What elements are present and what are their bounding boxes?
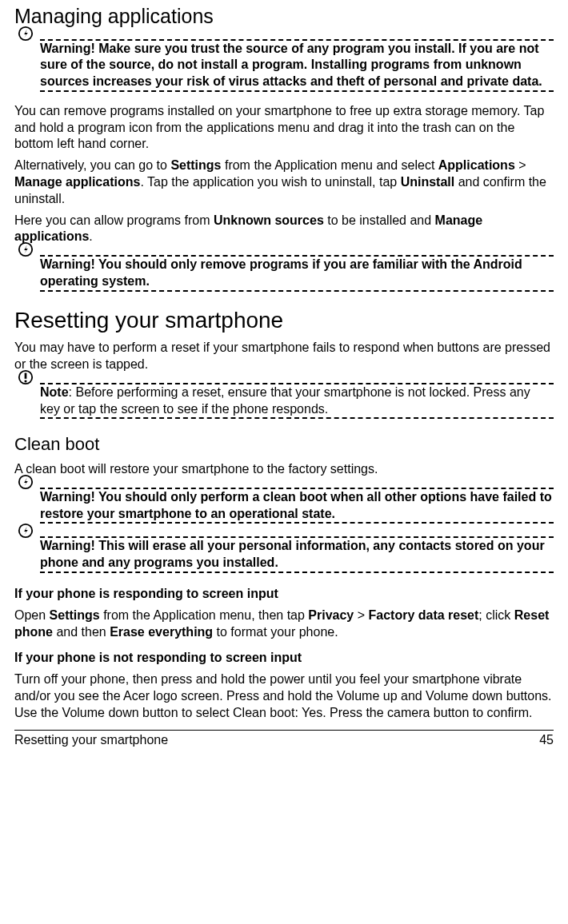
heading-resetting-smartphone: Resetting your smartphone	[14, 306, 554, 335]
heading-managing-applications: Managing applications	[14, 3, 554, 30]
para-remove-programs: You can remove programs installed on you…	[14, 103, 554, 153]
para-reset-reason: You may have to perform a reset if your …	[14, 340, 554, 373]
page-footer: Resetting your smartphone 45	[14, 730, 554, 749]
para-clean-boot-desc: A clean boot will restore your smartphon…	[14, 461, 554, 478]
note-label: Note	[40, 385, 69, 399]
svg-rect-4	[25, 380, 27, 382]
callout-warning-clean-boot-last-resort: Warning! You should only perform a clean…	[14, 486, 554, 528]
svg-rect-3	[25, 372, 27, 378]
para-unknown-sources: Here you can allow programs from Unknown…	[14, 213, 554, 246]
para-factory-reset-steps: Open Settings from the Application menu,…	[14, 607, 554, 641]
subheading-responding: If your phone is responding to screen in…	[14, 586, 554, 603]
lightning-icon	[18, 26, 34, 42]
callout-text: Warning! You should only perform a clean…	[40, 490, 552, 520]
subheading-not-responding: If your phone is not responding to scree…	[14, 650, 554, 667]
callout-warning-install-source: Warning! Make sure you trust the source …	[14, 38, 554, 95]
callout-text: : Before performing a reset, ensure that…	[40, 385, 530, 416]
heading-clean-boot: Clean boot	[14, 433, 554, 456]
callout-note-locked: Note: Before performing a reset, ensure …	[14, 381, 554, 423]
footer-section-title: Resetting your smartphone	[14, 732, 168, 749]
lightning-icon	[18, 523, 34, 539]
lightning-icon	[18, 474, 34, 490]
exclamation-icon	[18, 369, 34, 385]
callout-text: Warning! You should only remove programs…	[40, 257, 522, 288]
para-settings-uninstall: Alternatively, you can go to Settings fr…	[14, 157, 554, 207]
callout-warning-remove-programs: Warning! You should only remove programs…	[14, 253, 554, 295]
callout-warning-erase-data: Warning! This will erase all your person…	[14, 535, 554, 576]
callout-text: Warning! This will erase all your person…	[40, 539, 545, 569]
para-hard-reset-steps: Turn off your phone, then press and hold…	[14, 671, 554, 721]
callout-text: Warning! Make sure you trust the source …	[40, 42, 542, 89]
lightning-icon	[18, 241, 34, 257]
footer-page-number: 45	[539, 732, 554, 749]
